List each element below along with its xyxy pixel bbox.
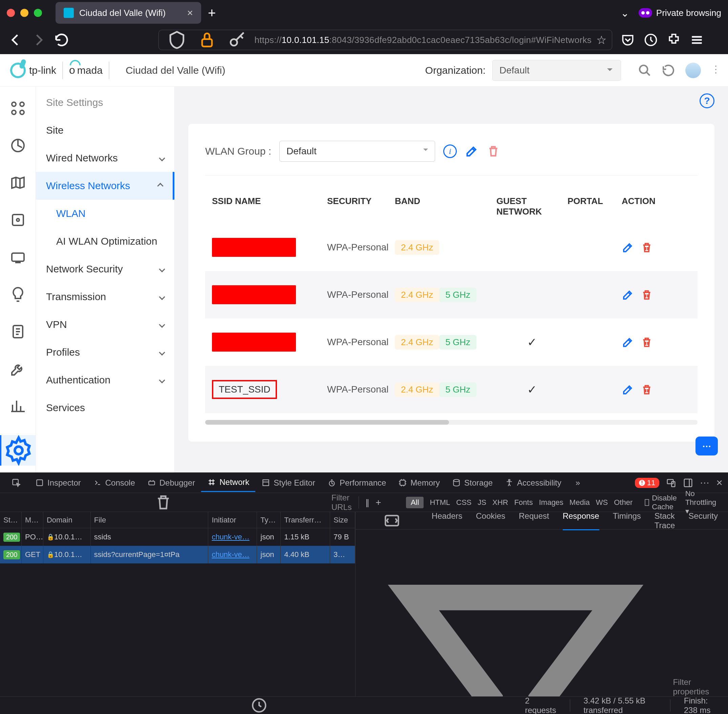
help-icon[interactable]: ? <box>699 93 714 108</box>
check-icon: ✓ <box>527 336 537 348</box>
more-icon[interactable]: ⋮ <box>711 64 718 77</box>
sidebar-item-security[interactable]: Network Security <box>36 255 174 283</box>
type-filter-js[interactable]: JS <box>478 498 487 507</box>
devices-icon[interactable] <box>10 212 26 228</box>
type-filter-ws[interactable]: WS <box>596 498 608 507</box>
refresh-icon[interactable] <box>662 64 675 77</box>
org-select[interactable]: Default <box>492 60 621 81</box>
sidebar-item-vpn[interactable]: VPN <box>36 310 174 338</box>
forward-button[interactable] <box>31 33 46 47</box>
new-tab-button[interactable]: + <box>208 5 216 21</box>
bookmark-star-icon[interactable]: ☆ <box>596 33 606 47</box>
reload-button[interactable] <box>54 33 69 47</box>
close-tab-icon[interactable]: × <box>187 7 193 19</box>
devtools-tab-debugger[interactable]: Debugger <box>141 473 201 492</box>
delete-ssid-icon[interactable] <box>641 240 653 255</box>
reports-icon[interactable] <box>10 398 26 414</box>
devtools-tab-network[interactable]: Network <box>201 473 255 492</box>
pocket-icon[interactable] <box>620 33 635 47</box>
sidebar-item-profiles[interactable]: Profiles <box>36 338 174 366</box>
disable-cache-checkbox[interactable]: Disable Cache <box>645 494 679 511</box>
sidebar-item-auth[interactable]: Authentication <box>36 366 174 394</box>
detail-tab-headers[interactable]: Headers <box>432 512 463 530</box>
type-filter-fonts[interactable]: Fonts <box>514 498 533 507</box>
delete-ssid-icon[interactable] <box>641 288 653 302</box>
element-picker-icon[interactable] <box>5 474 27 492</box>
logs-icon[interactable] <box>10 324 26 340</box>
responsive-icon[interactable] <box>666 478 676 488</box>
devtools-tab-inspector[interactable]: Inspector <box>29 473 87 492</box>
settings-gear-icon[interactable] <box>722 502 723 502</box>
throttling-select[interactable]: No Throttling ▾ <box>685 489 716 516</box>
url-bar[interactable]: https://10.0.101.15:8043/3936dfe92abd0c1… <box>158 30 612 50</box>
sidebar-item-wireless[interactable]: Wireless Networks <box>36 172 174 200</box>
filter-urls-input[interactable]: Filter URLs <box>328 493 352 512</box>
toggle-raw-icon[interactable] <box>366 512 418 529</box>
edit-ssid-icon[interactable] <box>622 335 634 350</box>
sidebar-item-ai-wlan[interactable]: AI WLAN Optimization <box>36 227 174 255</box>
type-filter-html[interactable]: HTML <box>430 498 450 507</box>
menu-icon[interactable] <box>689 33 704 47</box>
settings-icon[interactable] <box>0 435 36 466</box>
devtools-tab-console[interactable]: Console <box>87 473 141 492</box>
devtools-more-icon[interactable]: ⋯ <box>700 477 709 488</box>
delete-ssid-icon[interactable] <box>641 382 653 397</box>
type-filter-images[interactable]: Images <box>539 498 563 507</box>
maximize-window[interactable] <box>34 9 42 17</box>
detail-tab-cookies[interactable]: Cookies <box>476 512 505 530</box>
search-icon[interactable] <box>638 64 651 77</box>
page-content: tp-link omada Ciudad del Valle (Wifi) Or… <box>0 54 728 472</box>
type-filter-media[interactable]: Media <box>570 498 590 507</box>
close-window[interactable] <box>7 9 15 17</box>
clear-icon[interactable] <box>5 493 321 512</box>
horizontal-scrollbar[interactable] <box>205 420 698 424</box>
info-icon[interactable]: i <box>443 144 457 158</box>
devtools-tab-style-editor[interactable]: Style Editor <box>255 473 321 492</box>
minimize-window[interactable] <box>20 9 29 17</box>
sidebar-item-services[interactable]: Services <box>36 394 174 422</box>
dock-icon[interactable] <box>683 478 693 488</box>
edit-ssid-icon[interactable] <box>622 382 634 397</box>
detail-tab-response[interactable]: Response <box>563 512 599 530</box>
type-filter-xhr[interactable]: XHR <box>492 498 508 507</box>
clients-icon[interactable] <box>10 249 26 265</box>
plus-icon[interactable]: + <box>376 497 381 508</box>
back-button[interactable] <box>8 33 23 47</box>
type-filter-other[interactable]: Other <box>614 498 633 507</box>
type-filter-css[interactable]: CSS <box>456 498 471 507</box>
detail-tab-stack-trace[interactable]: Stack Trace <box>654 512 675 530</box>
detail-tab-timings[interactable]: Timings <box>613 512 641 530</box>
search-icon[interactable] <box>387 502 388 502</box>
delete-ssid-icon[interactable] <box>641 335 653 350</box>
error-badge[interactable]: !11 <box>635 478 659 488</box>
edit-ssid-icon[interactable] <box>622 240 634 255</box>
extensions-icon[interactable] <box>666 33 681 47</box>
edit-ssid-icon[interactable] <box>622 288 634 302</box>
wlan-group-select[interactable]: Default <box>279 141 435 162</box>
detail-tab-request[interactable]: Request <box>519 512 549 530</box>
stats-icon[interactable] <box>10 137 26 154</box>
type-filter-all[interactable]: All <box>406 497 424 508</box>
insights-icon[interactable] <box>10 286 26 303</box>
clock-icon[interactable] <box>643 33 658 47</box>
sidebar-item-transmission[interactable]: Transmission <box>36 283 174 310</box>
tools-icon[interactable] <box>10 361 26 377</box>
avatar[interactable] <box>685 63 701 78</box>
devtools-close-icon[interactable]: × <box>716 477 723 489</box>
chat-bubble-icon[interactable]: ● ● ● <box>695 436 718 456</box>
delete-group-icon[interactable] <box>487 144 500 158</box>
pause-icon[interactable]: ‖ <box>366 498 369 507</box>
chevron-down-icon[interactable]: ⌄ <box>621 7 629 19</box>
map-icon[interactable] <box>10 175 26 191</box>
sidebar-item-site[interactable]: Site <box>36 116 174 144</box>
detail-tab-security[interactable]: Security <box>688 512 718 530</box>
sidebar-item-wlan[interactable]: WLAN <box>36 200 174 227</box>
sidebar-item-wired[interactable]: Wired Networks <box>36 144 174 172</box>
request-row[interactable]: 200GET🔒 10.0.1…ssids?currentPage=1¤tPach… <box>0 546 355 563</box>
request-row[interactable]: 200PO…🔒 10.0.1…ssidschunk-ve…json1.15 kB… <box>0 528 355 546</box>
browser-tab[interactable]: Ciudad del Valle (Wifi) × <box>56 2 201 24</box>
edit-group-icon[interactable] <box>465 144 478 158</box>
filter-properties-input[interactable]: Filter properties <box>355 530 728 696</box>
network-toolbar: Filter URLs ‖ + AllHTMLCSSJSXHRFontsImag… <box>0 493 728 512</box>
dashboard-icon[interactable] <box>10 100 26 116</box>
